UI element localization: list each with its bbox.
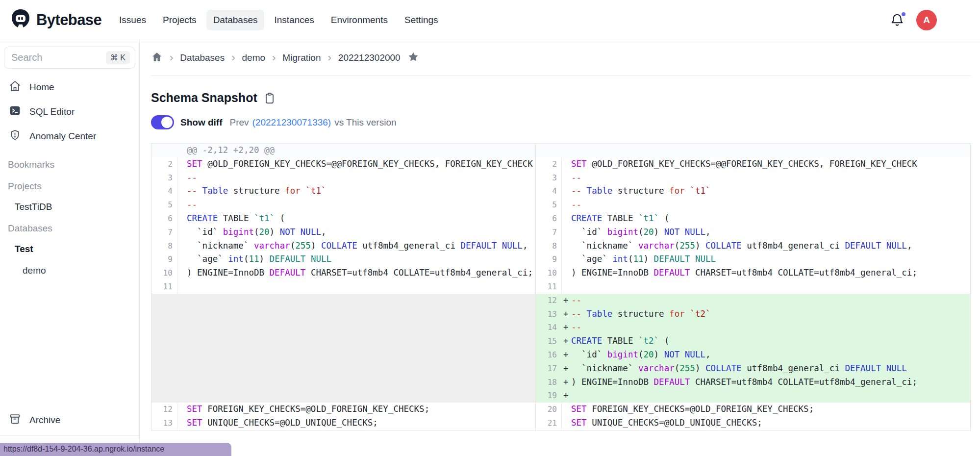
diff-line: 18+) ENGINE=InnoDB DEFAULT CHARSET=utf8m… [536,376,970,389]
diff-line: 21SET UNIQUE_CHECKS=@OLD_UNIQUE_CHECKS; [536,416,970,430]
diff-line-number: 7 [151,226,177,239]
sidebar-item-testtidb[interactable]: TestTiDB [0,202,139,212]
diff-sign-margin [561,280,571,294]
diff-sign-margin [177,198,187,212]
diff-code-text: SET UNIQUE_CHECKS=@OLD_UNIQUE_CHECKS; [187,416,535,430]
diff-line-number [151,321,177,334]
schema-diff-editor[interactable]: @@ -2,12 +2,20 @@2SET @OLD_FOREIGN_KEY_C… [151,143,971,431]
diff-add-sign: + [561,389,571,403]
show-diff-toggle[interactable] [151,115,174,129]
diff-code-text: `nickname` varchar(255) COLLATE utf8mb4_… [187,239,535,253]
diff-sign-margin [177,144,187,157]
diff-add-sign: + [561,307,571,321]
diff-line: 14+-- [536,321,970,334]
breadcrumb-separator: › [272,52,276,63]
diff-code-text: `nickname` varchar(255) COLLATE utf8mb4_… [571,362,970,376]
diff-sign-margin [177,266,187,280]
diff-sign-margin [561,184,571,198]
diff-code-text: `nickname` varchar(255) COLLATE utf8mb4_… [571,239,970,253]
diff-code-text: `age` int(11) DEFAULT NULL [571,253,970,266]
diff-line: 10) ENGINE=InnoDB DEFAULT CHARSET=utf8mb… [536,266,970,280]
nav-instances[interactable]: Instances [267,10,321,30]
diff-line: 11 [536,280,970,294]
sidebar-item-test[interactable]: Test [0,244,139,254]
nav-databases[interactable]: Databases [206,10,265,30]
bookmark-star-icon[interactable] [407,51,419,65]
diff-sign-margin [177,307,187,321]
diff-line: 6CREATE TABLE `t1` ( [151,212,535,226]
diff-code-text: ) ENGINE=InnoDB DEFAULT CHARSET=utf8mb4 … [571,266,970,280]
diff-line: 13SET UNIQUE_CHECKS=@OLD_UNIQUE_CHECKS; [151,416,535,430]
diff-sign-margin [561,266,571,280]
diff-line: 3-- [536,171,970,185]
diff-add-sign: + [561,376,571,389]
avatar[interactable]: A [916,10,937,30]
diff-code-text: `id` bigint(20) NOT NULL, [571,226,970,239]
diff-line: 7 `id` bigint(20) NOT NULL, [151,226,535,239]
sidebar-item-label: Archive [29,415,60,426]
sidebar-section-bookmarks: Bookmarks [0,159,139,170]
diff-sign-margin [177,157,187,171]
diff-line-number: 15 [536,334,561,348]
diff-line: 4-- Table structure for `t1` [536,184,970,198]
main-content: › Databases › demo › Migration › 2022123… [140,40,980,456]
diff-add-sign: + [561,362,571,376]
diff-sign-margin [561,253,571,266]
breadcrumb-databases[interactable]: Databases [180,52,225,63]
breadcrumb-home-icon[interactable] [151,51,163,65]
diff-line-number: 9 [536,253,561,266]
prev-label: Prev [229,117,249,128]
diff-code-text: SET @OLD_FOREIGN_KEY_CHECKS=@@FOREIGN_KE… [187,157,535,171]
breadcrumb-demo[interactable]: demo [242,52,266,63]
diff-gap-row [151,321,535,334]
search-input[interactable]: Search ⌘ K [4,47,135,69]
nav-projects[interactable]: Projects [156,10,203,30]
diff-pane-current[interactable]: 2SET @OLD_FOREIGN_KEY_CHECKS=@@FOREIGN_K… [536,144,970,430]
diff-code-text: `id` bigint(20) NOT NULL, [187,226,535,239]
diff-line: 6CREATE TABLE `t1` ( [536,212,970,226]
diff-code-text [187,389,535,403]
diff-code-text: SET FOREIGN_KEY_CHECKS=@OLD_FOREIGN_KEY_… [187,403,535,416]
sidebar-item-archive[interactable]: Archive [0,408,139,432]
diff-code-text: SET FOREIGN_KEY_CHECKS=@OLD_FOREIGN_KEY_… [571,403,970,416]
diff-line-number: 3 [536,171,561,185]
sidebar-item-label: Home [29,82,54,93]
notification-bell-icon[interactable] [890,13,905,27]
search-shortcut-badge: ⌘ K [106,51,130,64]
diff-code-text: ) ENGINE=InnoDB DEFAULT CHARSET=utf8mb4 … [571,376,970,389]
diff-sign-margin [177,253,187,266]
diff-code-text [187,321,535,334]
sidebar-item-demo[interactable]: demo [0,265,139,276]
copy-clipboard-icon[interactable] [263,92,276,104]
diff-sign-margin [177,334,187,348]
diff-line-number: 6 [151,212,177,226]
breadcrumb-migration[interactable]: Migration [282,52,321,63]
diff-pane-previous[interactable]: @@ -2,12 +2,20 @@2SET @OLD_FOREIGN_KEY_C… [151,144,536,430]
sidebar-item-sql-editor[interactable]: SQL Editor [0,100,139,124]
diff-code-text: -- [571,198,970,212]
diff-line: 2SET @OLD_FOREIGN_KEY_CHECKS=@@FOREIGN_K… [151,157,535,171]
diff-line-number [151,294,177,307]
diff-sign-margin [177,348,187,362]
diff-gap-row [151,348,535,362]
brand[interactable]: Bytebase [10,8,101,32]
diff-sign-margin [177,362,187,376]
toggle-knob [161,117,173,128]
diff-code-text [571,280,970,294]
nav-issues[interactable]: Issues [112,10,153,30]
nav-settings[interactable]: Settings [398,10,445,30]
shield-icon [9,129,21,144]
diff-line-number [151,376,177,389]
prev-version-link[interactable]: (20221230071336) [252,117,331,128]
diff-code-text [187,362,535,376]
diff-line-number: 8 [536,239,561,253]
diff-line: 13+-- Table structure for `t2` [536,307,970,321]
sidebar-item-home[interactable]: Home [0,75,139,100]
nav-environments[interactable]: Environments [324,10,395,30]
diff-line-number: 19 [536,389,561,403]
sidebar-item-anomaly-center[interactable]: Anomaly Center [0,124,139,149]
diff-line: 2SET @OLD_FOREIGN_KEY_CHECKS=@@FOREIGN_K… [536,157,970,171]
terminal-icon [9,104,21,119]
sidebar-section-projects: Projects [0,181,139,192]
diff-line: 16+ `id` bigint(20) NOT NULL, [536,348,970,362]
